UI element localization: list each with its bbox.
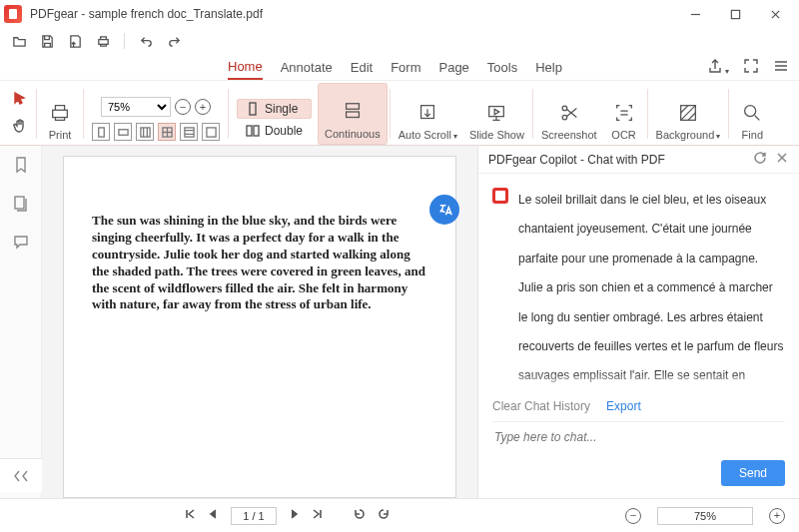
share-icon[interactable]: ▾ bbox=[707, 58, 729, 77]
svg-rect-4 bbox=[118, 129, 127, 135]
fit-2-icon[interactable] bbox=[114, 123, 132, 141]
bottom-bar: 1 / 1 − 75% + bbox=[0, 498, 799, 532]
chat-input[interactable] bbox=[492, 421, 785, 452]
double-label: Double bbox=[265, 124, 303, 138]
single-page-button[interactable]: Single bbox=[237, 99, 312, 119]
tab-tools[interactable]: Tools bbox=[487, 56, 517, 79]
svg-rect-1 bbox=[98, 39, 107, 44]
hand-tool-icon[interactable] bbox=[12, 118, 28, 137]
fit-6-icon[interactable] bbox=[202, 123, 220, 141]
rotate-right-icon[interactable] bbox=[377, 507, 391, 524]
maximize-button[interactable] bbox=[715, 0, 755, 28]
save-icon[interactable] bbox=[38, 32, 56, 50]
svg-rect-20 bbox=[15, 197, 24, 209]
svg-point-17 bbox=[562, 115, 567, 120]
fit-4-icon[interactable] bbox=[158, 123, 176, 141]
zoom-select[interactable]: 75% bbox=[101, 97, 171, 117]
background-label: Background bbox=[656, 129, 715, 141]
minimize-button[interactable] bbox=[675, 0, 715, 28]
tab-help[interactable]: Help bbox=[535, 56, 562, 79]
refresh-icon[interactable] bbox=[753, 151, 767, 168]
double-page-button[interactable]: Double bbox=[237, 121, 312, 141]
svg-rect-10 bbox=[247, 126, 252, 136]
redo-icon[interactable] bbox=[165, 32, 183, 50]
clear-history-link[interactable]: Clear Chat History bbox=[492, 399, 590, 413]
ocr-group[interactable]: OCR bbox=[603, 83, 645, 145]
translate-badge[interactable] bbox=[429, 195, 459, 225]
menu-icon[interactable] bbox=[773, 58, 789, 77]
next-page-button[interactable] bbox=[287, 507, 301, 524]
continuous-group[interactable]: Continuous bbox=[318, 83, 388, 145]
quick-access-toolbar bbox=[0, 28, 799, 54]
continuous-icon bbox=[338, 98, 368, 126]
svg-point-16 bbox=[562, 106, 567, 111]
titlebar: PDFgear - sample french doc_Translate.pd… bbox=[0, 0, 799, 28]
pdf-page: The sun was shining in the blue sky, and… bbox=[63, 156, 456, 498]
ribbon: Print 75% − + Single Double bbox=[0, 80, 799, 146]
tab-form[interactable]: Form bbox=[391, 56, 420, 79]
scissors-icon bbox=[554, 99, 584, 127]
export-link[interactable]: Export bbox=[606, 399, 641, 413]
zoom-in-bottom[interactable]: + bbox=[769, 508, 785, 524]
left-rail bbox=[0, 146, 42, 498]
rotate-left-icon[interactable] bbox=[353, 507, 367, 524]
collapse-rail-icon[interactable] bbox=[0, 458, 44, 492]
zoom-in-button[interactable]: + bbox=[195, 99, 211, 115]
tab-edit[interactable]: Edit bbox=[351, 56, 373, 79]
ocr-label: OCR bbox=[611, 129, 635, 141]
select-tool-icon[interactable] bbox=[12, 91, 28, 110]
fit-3-icon[interactable] bbox=[136, 123, 154, 141]
tab-page[interactable]: Page bbox=[438, 56, 468, 79]
prev-page-button[interactable] bbox=[207, 507, 221, 524]
tab-home[interactable]: Home bbox=[228, 55, 263, 80]
svg-rect-0 bbox=[731, 10, 739, 18]
thumbnails-icon[interactable] bbox=[12, 195, 30, 216]
svg-rect-2 bbox=[53, 110, 68, 117]
saveas-icon[interactable] bbox=[66, 32, 84, 50]
window-title: PDFgear - sample french doc_Translate.pd… bbox=[30, 7, 263, 21]
autoscroll-icon bbox=[412, 99, 442, 127]
first-page-button[interactable] bbox=[183, 507, 197, 524]
continuous-label: Continuous bbox=[325, 128, 381, 140]
svg-rect-11 bbox=[254, 126, 259, 136]
screenshot-group[interactable]: Screenshot bbox=[535, 83, 603, 145]
autoscroll-group[interactable]: Auto Scroll▾ bbox=[393, 83, 463, 145]
undo-icon[interactable] bbox=[137, 32, 155, 50]
fit-5-icon[interactable] bbox=[180, 123, 198, 141]
svg-point-19 bbox=[745, 106, 756, 117]
close-panel-icon[interactable] bbox=[775, 151, 789, 168]
send-button[interactable]: Send bbox=[721, 460, 785, 486]
tab-bar: Home Annotate Edit Form Page Tools Help … bbox=[0, 54, 799, 80]
search-icon bbox=[737, 99, 767, 127]
open-icon[interactable] bbox=[10, 32, 28, 50]
svg-rect-8 bbox=[206, 127, 215, 136]
printer-icon bbox=[45, 99, 75, 127]
copilot-title: PDFgear Copilot - Chat with PDF bbox=[488, 153, 745, 167]
tab-annotate[interactable]: Annotate bbox=[281, 56, 333, 79]
find-group[interactable]: Find bbox=[731, 83, 773, 145]
print-icon[interactable] bbox=[94, 32, 112, 50]
zoom-indicator[interactable]: 75% bbox=[657, 507, 753, 525]
svg-rect-15 bbox=[489, 107, 504, 117]
single-page-icon bbox=[246, 102, 260, 116]
zoom-out-bottom[interactable]: − bbox=[625, 508, 641, 524]
copilot-panel: PDFgear Copilot - Chat with PDF Le solei… bbox=[477, 146, 799, 498]
slideshow-group[interactable]: Slide Show bbox=[463, 83, 530, 145]
slideshow-icon bbox=[481, 99, 511, 127]
app-icon bbox=[4, 5, 22, 23]
print-group[interactable]: Print bbox=[39, 83, 81, 145]
background-group[interactable]: Background▾ bbox=[650, 83, 727, 145]
close-button[interactable] bbox=[755, 0, 795, 28]
page-indicator[interactable]: 1 / 1 bbox=[231, 507, 277, 525]
last-page-button[interactable] bbox=[311, 507, 325, 524]
bookmark-icon[interactable] bbox=[12, 156, 30, 177]
fullscreen-icon[interactable] bbox=[743, 58, 759, 77]
document-viewport[interactable]: The sun was shining in the blue sky, and… bbox=[42, 146, 477, 498]
svg-rect-7 bbox=[184, 127, 193, 136]
background-icon bbox=[673, 99, 703, 127]
svg-rect-9 bbox=[250, 103, 256, 115]
comments-icon[interactable] bbox=[12, 234, 30, 255]
zoom-out-button[interactable]: − bbox=[175, 99, 191, 115]
fit-1-icon[interactable] bbox=[92, 123, 110, 141]
find-label: Find bbox=[742, 129, 763, 141]
